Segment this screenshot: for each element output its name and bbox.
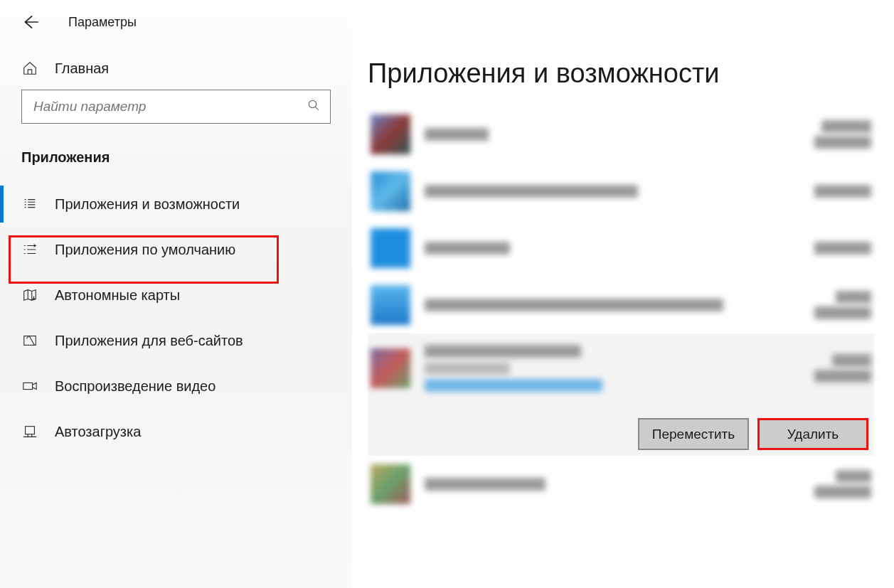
home-icon: [21, 60, 38, 77]
sidebar-item-label: Приложения и возможности: [55, 196, 240, 213]
main-panel: Приложения и возможности: [352, 0, 894, 588]
defaults-icon: [21, 241, 38, 258]
app-row[interactable]: [368, 456, 874, 513]
app-icon: [371, 228, 410, 268]
app-icon: [371, 464, 410, 504]
app-name-obscured: [425, 345, 814, 392]
app-name-obscured: [425, 185, 814, 198]
sidebar: Параметры Главная Приложения Приложения …: [0, 0, 352, 588]
app-icon: [371, 285, 410, 325]
move-button[interactable]: Переместить: [638, 418, 749, 450]
app-name-obscured: [425, 299, 814, 311]
app-row[interactable]: [368, 163, 874, 220]
search-icon: [307, 99, 320, 114]
list-icon: [21, 196, 38, 213]
window-title: Параметры: [68, 15, 137, 30]
search-input[interactable]: [32, 98, 307, 115]
app-name-obscured: [425, 478, 814, 491]
header-bar: Параметры: [0, 13, 352, 50]
app-icon: [371, 348, 410, 388]
svg-rect-3: [26, 427, 35, 434]
sidebar-item-label: Приложения по умолчанию: [55, 242, 235, 258]
sidebar-item-apps-websites[interactable]: Приложения для веб-сайтов: [0, 318, 352, 363]
app-meta-obscured: [814, 185, 871, 198]
svg-rect-2: [23, 383, 33, 389]
app-meta-obscured: [814, 354, 871, 383]
map-icon: [21, 287, 38, 304]
sidebar-item-label: Приложения для веб-сайтов: [55, 333, 243, 349]
app-icon: [371, 114, 410, 154]
sidebar-item-startup[interactable]: Автозагрузка: [0, 409, 352, 454]
uninstall-button[interactable]: Удалить: [757, 418, 868, 450]
sidebar-item-offline-maps[interactable]: Автономные карты: [0, 272, 352, 318]
app-meta-obscured: [814, 470, 871, 498]
app-name-obscured: [425, 128, 814, 141]
home-nav[interactable]: Главная: [0, 50, 352, 90]
sidebar-item-apps-features[interactable]: Приложения и возможности: [0, 181, 352, 227]
app-meta-obscured: [814, 120, 871, 149]
app-row-selected[interactable]: Переместить Удалить: [368, 333, 874, 456]
app-meta-obscured: [814, 242, 871, 255]
sidebar-item-label: Автозагрузка: [55, 424, 141, 440]
app-meta-obscured: [814, 291, 871, 319]
websites-icon: [21, 332, 38, 349]
startup-icon: [21, 423, 38, 440]
svg-point-0: [309, 100, 316, 108]
app-name-obscured: [425, 242, 814, 255]
home-label: Главная: [55, 60, 109, 77]
app-row[interactable]: [368, 106, 874, 163]
sidebar-item-video-playback[interactable]: Воспроизведение видео: [0, 363, 352, 409]
app-icon: [371, 171, 410, 211]
section-label-apps: Приложения: [0, 137, 352, 181]
app-actions: Переместить Удалить: [638, 418, 868, 450]
app-row[interactable]: [368, 220, 874, 277]
sidebar-item-label: Воспроизведение видео: [55, 378, 215, 395]
settings-window: Параметры Главная Приложения Приложения …: [0, 0, 894, 588]
video-icon: [21, 378, 38, 395]
sidebar-item-label: Автономные карты: [55, 287, 180, 304]
app-row[interactable]: [368, 277, 874, 333]
search-box[interactable]: [21, 90, 331, 124]
sidebar-item-default-apps[interactable]: Приложения по умолчанию: [0, 227, 352, 272]
back-button[interactable]: [21, 13, 40, 31]
page-title: Приложения и возможности: [368, 58, 874, 89]
